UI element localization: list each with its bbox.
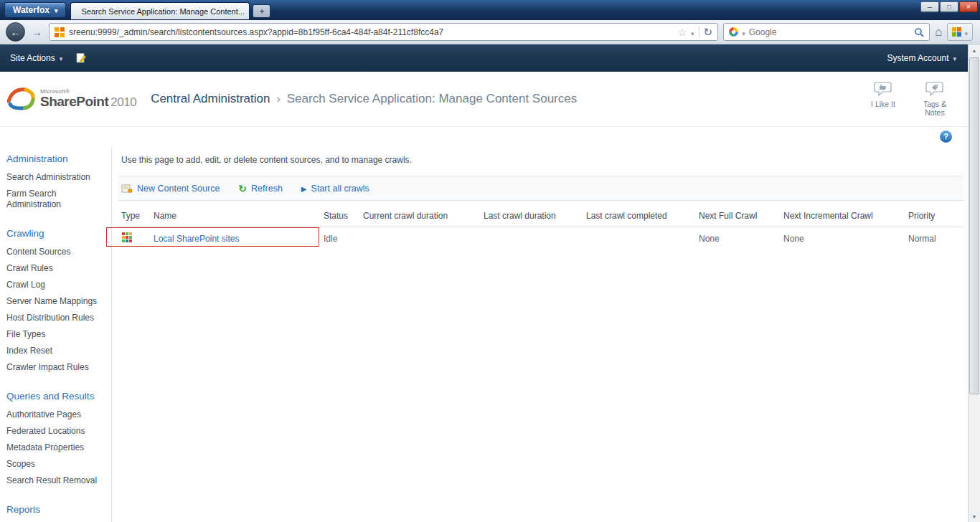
sidebar-item-federated-locations[interactable]: Federated Locations <box>6 426 105 437</box>
system-account-button[interactable]: System Account <box>887 53 956 63</box>
vertical-scrollbar[interactable] <box>968 44 980 522</box>
scrollbar-thumb[interactable] <box>969 57 979 394</box>
browser-titlebar: Waterfox Search Service Application: Man… <box>0 0 980 20</box>
next-full-crawl-cell: None <box>699 234 783 244</box>
main-panel: Use this page to add, edit, or delete co… <box>112 146 968 522</box>
browser-navbar <box>0 20 980 44</box>
home-button[interactable] <box>935 25 942 39</box>
column-header-next-full-crawl: Next Full Crawl <box>699 211 783 221</box>
intro-text: Use this page to add, edit, or delete co… <box>121 155 963 165</box>
start-all-crawls-button[interactable]: Start all crawls <box>301 184 369 194</box>
column-header-last-crawl-completed: Last crawl completed <box>586 211 699 221</box>
browser-tab[interactable]: Search Service Application: Manage Conte… <box>70 2 250 19</box>
url-dropdown-icon[interactable] <box>691 26 694 39</box>
start-all-crawls-label: Start all crawls <box>311 184 369 194</box>
sharepoint-topbar: Site Actions System Account <box>0 44 968 72</box>
tags-notes-button[interactable]: Tags & Notes <box>915 81 955 117</box>
content-source-type-icon <box>121 232 133 243</box>
search-engine-dropdown-icon[interactable] <box>742 26 745 39</box>
social-actions: I Like It Tags & Notes <box>863 81 955 117</box>
help-icon[interactable] <box>940 130 952 143</box>
sidebar-heading-crawling[interactable]: Crawling <box>6 228 105 239</box>
minimize-button[interactable] <box>920 1 939 12</box>
restore-button[interactable] <box>940 1 958 12</box>
sharepoint-logo: Microsoft® SharePoint2010 <box>7 87 136 111</box>
sidebar-item-crawl-rules[interactable]: Crawl Rules <box>6 263 105 274</box>
breadcrumb: Central Administration Search Service Ap… <box>151 92 577 106</box>
chevron-down-icon <box>953 53 956 63</box>
new-content-source-button[interactable]: New Content Source <box>121 184 220 194</box>
sidebar-item-content-sources[interactable]: Content Sources <box>6 247 105 257</box>
sidebar-item-search-result-removal[interactable]: Search Result Removal <box>6 475 105 486</box>
sidebar-item-server-name-mappings[interactable]: Server Name Mappings <box>6 296 105 307</box>
sidebar-item-authoritative-pages[interactable]: Authoritative Pages <box>6 409 105 420</box>
sidebar-item-index-reset[interactable]: Index Reset <box>6 346 105 356</box>
like-icon <box>874 81 892 98</box>
url-input[interactable] <box>69 27 674 37</box>
tab-title: Search Service Application: Manage Conte… <box>81 7 244 16</box>
page-title: Search Service Application: Manage Conte… <box>287 92 577 106</box>
search-box[interactable] <box>723 23 930 41</box>
url-bar[interactable] <box>49 23 718 41</box>
site-actions-button[interactable]: Site Actions <box>6 50 67 66</box>
search-icon[interactable] <box>914 27 924 37</box>
sidebar-item-host-distribution-rules[interactable]: Host Distribution Rules <box>6 313 105 323</box>
window-controls <box>920 1 978 12</box>
sidebar-item-metadata-properties[interactable]: Metadata Properties <box>6 442 105 453</box>
new-content-source-icon <box>121 184 133 194</box>
help-row <box>0 126 968 146</box>
sidebar-item-search-administration[interactable]: Search Administration <box>6 172 105 183</box>
priority-cell: Normal <box>908 234 963 244</box>
edit-page-icon[interactable] <box>75 52 87 64</box>
page-header: Microsoft® SharePoint2010 Central Admini… <box>0 72 968 126</box>
tag-icon <box>925 81 944 98</box>
sidebar-item-file-types[interactable]: File Types <box>6 329 105 340</box>
sharepoint-swoosh-icon <box>7 87 36 111</box>
new-tab-button[interactable]: + <box>253 4 270 18</box>
google-icon <box>729 27 738 37</box>
bookmark-star-icon[interactable] <box>678 26 687 39</box>
table-row: Local SharePoint sites Idle None None No… <box>118 227 963 250</box>
sidebar-heading-queries-and-results[interactable]: Queries and Results <box>6 391 105 402</box>
forward-button[interactable] <box>30 26 44 38</box>
logo-product: SharePoint <box>40 94 108 109</box>
system-account-label: System Account <box>887 53 948 63</box>
chevron-down-icon <box>60 53 63 63</box>
sidebar-item-scopes[interactable]: Scopes <box>6 459 105 470</box>
next-incremental-crawl-cell: None <box>783 234 908 244</box>
column-header-type: Type <box>121 211 154 221</box>
sidebar-item-crawl-log[interactable]: Crawl Log <box>6 280 105 290</box>
sidebar-heading-administration[interactable]: Administration <box>6 153 105 164</box>
chevron-down-icon <box>55 5 58 15</box>
search-input[interactable] <box>749 27 910 37</box>
bookmarks-widget-button[interactable] <box>947 23 973 41</box>
breadcrumb-root-link[interactable]: Central Administration <box>151 92 270 106</box>
scrollbar-track[interactable] <box>969 56 980 511</box>
table-header: Type Name Status Current crawl duration … <box>118 201 963 227</box>
scroll-down-arrow-icon[interactable] <box>969 511 980 522</box>
type-cell <box>121 232 154 245</box>
sharepoint-page: Site Actions System Account <box>0 44 968 522</box>
column-header-last-crawl-duration: Last crawl duration <box>484 211 586 221</box>
app-menu-button[interactable]: Waterfox <box>4 2 66 18</box>
reload-icon[interactable] <box>704 26 713 39</box>
sidebar-item-farm-search-administration[interactable]: Farm Search Administration <box>6 189 105 210</box>
scroll-up-arrow-icon[interactable] <box>969 44 980 56</box>
column-header-next-incremental-crawl: Next Incremental Crawl <box>783 211 908 221</box>
app-menu-label: Waterfox <box>13 5 50 15</box>
content-source-name-link[interactable]: Local SharePoint sites <box>154 234 239 244</box>
refresh-label: Refresh <box>251 184 283 194</box>
logo-year: 2010 <box>110 95 136 109</box>
sidebar-item-crawler-impact-rules[interactable]: Crawler Impact Rules <box>6 362 105 373</box>
site-favicon-icon <box>55 27 65 37</box>
widget-icon <box>952 27 961 37</box>
sidebar-heading-reports[interactable]: Reports <box>6 504 105 515</box>
site-actions-label: Site Actions <box>10 53 55 63</box>
divider <box>699 27 699 38</box>
back-button[interactable] <box>6 22 25 42</box>
close-button[interactable] <box>959 1 978 12</box>
i-like-it-button[interactable]: I Like It <box>863 81 903 117</box>
column-header-priority: Priority <box>908 211 963 221</box>
refresh-button[interactable]: Refresh <box>238 183 283 194</box>
i-like-it-label: I Like It <box>871 100 895 108</box>
